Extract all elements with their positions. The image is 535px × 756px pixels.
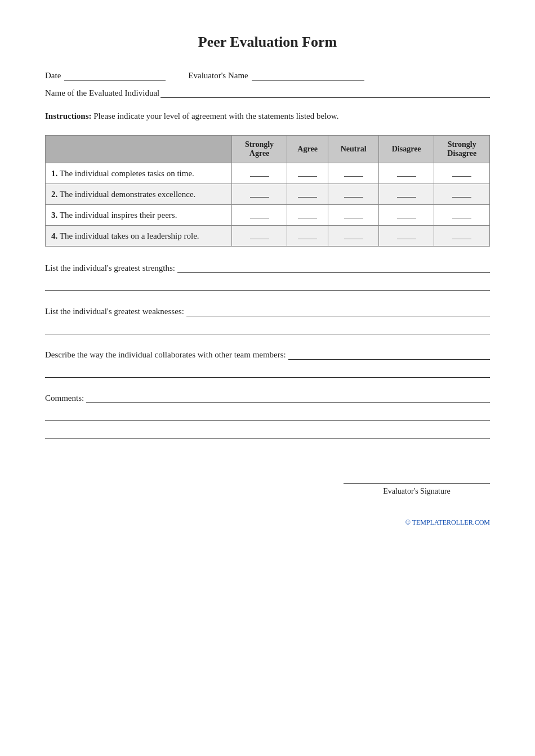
rating-cell-disagree-row-4[interactable] (378, 226, 434, 247)
evaluator-name-field-group: Evaluator's Name (188, 71, 364, 80)
open-section-weaknesses: List the individual's greatest weaknesse… (45, 307, 490, 345)
rating-cell-disagree-row-2[interactable] (378, 184, 434, 205)
evaluated-individual-label: Name of the Evaluated Individual (45, 88, 159, 98)
table-row-statement-2: 2. The individual demonstrates excellenc… (46, 184, 232, 205)
header-row-1: Date Evaluator's Name (45, 71, 490, 80)
rating-cell-neutral-row-2[interactable] (328, 184, 378, 205)
col-header-disagree: Disagree (378, 136, 434, 163)
answer-line-collaboration[interactable] (45, 365, 490, 378)
rating-cell-neutral-row-4[interactable] (328, 226, 378, 247)
instructions-prefix: Instructions: (45, 111, 92, 120)
signature-label: Evaluator's Signature (344, 487, 490, 496)
inline-answer-line-weaknesses[interactable] (186, 316, 490, 316)
open-label-text-strengths: List the individual's greatest strengths… (45, 263, 175, 273)
rating-cell-agree-row-4[interactable] (287, 226, 328, 247)
col-header-strongly-disagree: StronglyDisagree (434, 136, 490, 163)
rating-cell-strongly-agree-row-3[interactable] (232, 205, 287, 226)
col-header-statement (46, 136, 232, 163)
open-label-text-comments: Comments: (45, 393, 84, 403)
rating-cell-agree-row-2[interactable] (287, 184, 328, 205)
rating-cell-neutral-row-3[interactable] (328, 205, 378, 226)
open-section-comments: Comments: (45, 393, 490, 449)
open-section-strengths: List the individual's greatest strengths… (45, 263, 490, 301)
signature-section: Evaluator's Signature (45, 483, 490, 496)
rating-cell-strongly-agree-row-2[interactable] (232, 184, 287, 205)
evaluator-name-input-line[interactable] (252, 80, 364, 80)
table-row-statement-3: 3. The individual inspires their peers. (46, 205, 232, 226)
rating-cell-strongly-disagree-row-4[interactable] (434, 226, 490, 247)
rating-cell-strongly-agree-row-1[interactable] (232, 163, 287, 184)
col-header-neutral: Neutral (328, 136, 378, 163)
date-input-line[interactable] (64, 80, 166, 80)
open-label-comments: Comments: (45, 393, 490, 403)
open-label-strengths: List the individual's greatest strengths… (45, 263, 490, 273)
rating-cell-disagree-row-3[interactable] (378, 205, 434, 226)
open-label-weaknesses: List the individual's greatest weaknesse… (45, 307, 490, 316)
answer-line-weaknesses[interactable] (45, 322, 490, 334)
inline-answer-line-strengths[interactable] (177, 272, 490, 273)
evaluated-individual-row: Name of the Evaluated Individual (45, 88, 490, 98)
inline-answer-line-collaboration[interactable] (288, 359, 490, 360)
signature-line[interactable] (344, 483, 490, 484)
open-sections: List the individual's greatest strengths… (45, 263, 490, 449)
answer-line-strengths[interactable] (45, 279, 490, 291)
rating-table: StronglyAgree Agree Neutral Disagree Str… (45, 135, 490, 247)
instructions-block: Instructions: Please indicate your level… (45, 109, 490, 123)
rating-cell-agree-row-3[interactable] (287, 205, 328, 226)
rating-cell-agree-row-1[interactable] (287, 163, 328, 184)
inline-answer-line-comments[interactable] (86, 402, 490, 403)
rating-cell-disagree-row-1[interactable] (378, 163, 434, 184)
date-field-group: Date (45, 71, 166, 80)
rating-cell-strongly-agree-row-4[interactable] (232, 226, 287, 247)
table-row-statement-4: 4. The individual takes on a leadership … (46, 226, 232, 247)
rating-cell-neutral-row-1[interactable] (328, 163, 378, 184)
rating-cell-strongly-disagree-row-3[interactable] (434, 205, 490, 226)
rating-cell-strongly-disagree-row-1[interactable] (434, 163, 490, 184)
instructions-text: Please indicate your level of agreement … (92, 111, 339, 120)
answer-line-2-comments[interactable] (45, 427, 490, 439)
col-header-agree: Agree (287, 136, 328, 163)
footer-link[interactable]: © TEMPLATEROLLER.COM (405, 518, 490, 526)
open-section-collaboration: Describe the way the individual collabor… (45, 350, 490, 388)
footer: © TEMPLATEROLLER.COM (45, 518, 490, 527)
evaluator-name-label: Evaluator's Name (188, 71, 248, 80)
answer-line-comments[interactable] (45, 409, 490, 421)
page-title: Peer Evaluation Form (45, 34, 490, 51)
open-label-text-collaboration: Describe the way the individual collabor… (45, 350, 286, 360)
open-label-collaboration: Describe the way the individual collabor… (45, 350, 490, 360)
table-row-statement-1: 1. The individual completes tasks on tim… (46, 163, 232, 184)
rating-cell-strongly-disagree-row-2[interactable] (434, 184, 490, 205)
open-label-text-weaknesses: List the individual's greatest weaknesse… (45, 307, 184, 316)
date-label: Date (45, 71, 61, 80)
evaluated-individual-input-line[interactable] (160, 97, 490, 98)
col-header-strongly-agree: StronglyAgree (232, 136, 287, 163)
